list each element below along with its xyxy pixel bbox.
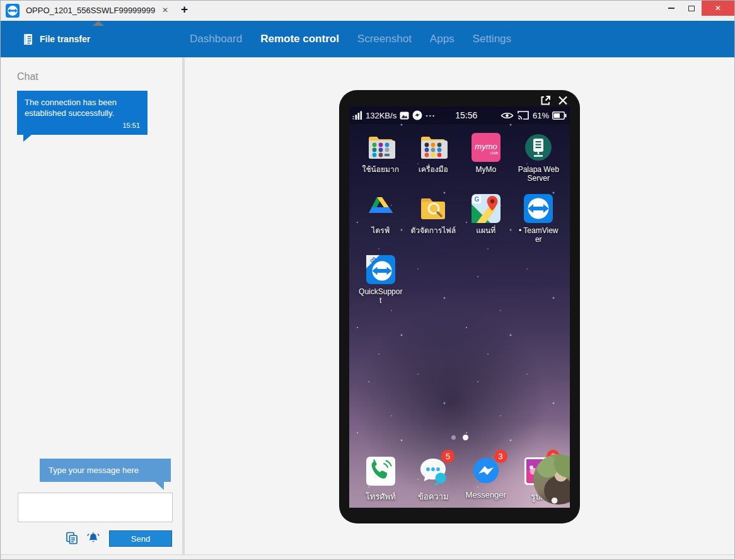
app-label: ใช้น้อยมาก xyxy=(362,165,399,174)
google-maps-icon: G xyxy=(472,194,501,223)
svg-text:G: G xyxy=(474,196,479,203)
message-tooltip-tail xyxy=(155,482,164,490)
nav-settings[interactable]: Settings xyxy=(473,33,511,45)
mymo-icon: mymo GSB xyxy=(472,133,501,162)
nav-screenshot[interactable]: Screenshot xyxy=(357,33,412,45)
app-label: เครื่องมือ xyxy=(419,165,448,174)
app-label: แผนที่ xyxy=(476,226,495,235)
app-folder-rarely-used[interactable]: ใช้น้อยมาก xyxy=(354,133,407,194)
maximize-button[interactable] xyxy=(681,1,702,16)
close-window-button[interactable]: ✕ xyxy=(702,1,734,16)
file-transfer-button[interactable]: File transfer xyxy=(23,21,90,57)
teamviewer-app-icon xyxy=(524,194,553,223)
close-remote-view-icon[interactable] xyxy=(557,94,569,106)
app-label: ตัวจัดการไฟล์ xyxy=(410,226,456,235)
dock-messenger-app[interactable]: 3 Messenger xyxy=(460,455,512,503)
notification-bell-icon[interactable] xyxy=(86,532,100,544)
notification-badge: 5 xyxy=(441,450,454,463)
chat-message-text: The connection has been established succ… xyxy=(25,97,140,118)
google-drive-icon xyxy=(366,194,395,223)
minimize-button[interactable] xyxy=(661,1,681,16)
app-label: MyMo xyxy=(475,165,496,174)
eye-status-icon xyxy=(501,111,514,120)
remote-view-area: 132KB/s ··· 15:56 xyxy=(185,57,734,554)
nav-dashboard[interactable]: Dashboard xyxy=(190,33,242,45)
content-area: Chat The connection has been established… xyxy=(1,57,734,554)
network-speed: 132KB/s xyxy=(366,111,396,120)
app-label: Palapa Web Server xyxy=(518,165,559,183)
popout-icon[interactable] xyxy=(540,94,552,106)
app-label: • TeamView er xyxy=(519,226,558,244)
app-label: QuickSuppor t xyxy=(359,287,402,305)
dock-label: ข้อความ xyxy=(418,490,449,503)
tab-close-icon[interactable]: ✕ xyxy=(160,6,170,14)
dock-phone-app[interactable]: โทรศัพท์ xyxy=(354,455,407,503)
app-quicksupport[interactable]: QS QuickSuppor t xyxy=(354,255,407,316)
status-time: 15:56 xyxy=(455,110,477,120)
svg-text:GSB: GSB xyxy=(490,151,498,155)
chat-message-input[interactable] xyxy=(18,493,173,522)
session-tab-title[interactable]: OPPO_1201_556SSWLF99999999 xyxy=(26,6,155,15)
page-indicator-dot xyxy=(451,435,456,440)
dock-label: โทรศัพท์ xyxy=(366,490,396,503)
paste-clipboard-icon[interactable] xyxy=(66,532,78,544)
quicksupport-icon: QS xyxy=(366,255,395,284)
notification-badge: 3 xyxy=(494,450,507,463)
phone-app-icon xyxy=(365,455,396,487)
status-more-glyph: ··· xyxy=(425,111,436,120)
window-controls: ✕ xyxy=(661,1,734,16)
app-drive[interactable]: ไดรฟ์ xyxy=(354,194,407,255)
app-teamviewer[interactable]: • TeamView er xyxy=(512,194,565,255)
remote-view-controls xyxy=(540,94,569,106)
chat-panel-title: Chat xyxy=(17,71,38,83)
window-bottom-edge xyxy=(1,554,734,560)
cast-status-icon xyxy=(517,110,530,120)
new-tab-button[interactable]: + xyxy=(181,3,188,16)
folder-icon xyxy=(366,133,395,162)
nav-remote-control[interactable]: Remote control xyxy=(260,33,339,45)
remote-phone-frame: 132KB/s ··· 15:56 xyxy=(339,90,580,523)
window-tab-bar: OPPO_1201_556SSWLF99999999 ✕ + ✕ xyxy=(1,1,734,21)
app-grid: ใช้น้อยมาก เครื่องมือ xyxy=(354,133,565,316)
page-indicator-dot-active xyxy=(463,435,468,440)
battery-percent: 61% xyxy=(533,111,549,120)
dock-label: Messenger xyxy=(466,490,506,500)
phone-status-bar: 132KB/s ··· 15:56 xyxy=(349,106,570,124)
send-button[interactable]: Send xyxy=(109,530,172,547)
battery-icon xyxy=(552,111,567,120)
folder-icon xyxy=(419,133,448,162)
phone-screen[interactable]: 132KB/s ··· 15:56 xyxy=(349,106,570,508)
message-input-tooltip: Type your message here xyxy=(40,459,171,482)
home-page-indicator xyxy=(349,435,570,440)
teamviewer-logo-icon xyxy=(6,4,20,18)
app-palapa-web-server[interactable]: Palapa Web Server xyxy=(512,133,565,194)
session-toolbar: File transfer Dashboard Remote control S… xyxy=(1,21,734,57)
app-maps[interactable]: G แผนที่ xyxy=(460,194,512,255)
chat-message-bubble: The connection has been established succ… xyxy=(17,91,148,135)
app-label: ไดรฟ์ xyxy=(371,226,390,235)
active-tab-pointer xyxy=(93,21,104,26)
app-mymo[interactable]: mymo GSB MyMo xyxy=(460,133,512,194)
messenger-status-icon xyxy=(412,110,422,120)
gallery-status-icon xyxy=(400,111,409,120)
chat-message-time: 15:51 xyxy=(25,122,140,129)
chat-panel: Chat The connection has been established… xyxy=(1,57,182,554)
chat-bubble-tail xyxy=(23,135,32,142)
svg-text:mymo: mymo xyxy=(475,142,497,151)
file-manager-icon xyxy=(419,194,448,223)
signal-icon xyxy=(352,111,362,120)
dock-messages-app[interactable]: 5 ข้อความ xyxy=(407,455,460,503)
nav-apps[interactable]: Apps xyxy=(430,33,454,45)
file-transfer-icon xyxy=(23,33,34,45)
app-folder-tools[interactable]: เครื่องมือ xyxy=(407,133,460,194)
toolbar-nav: Dashboard Remote control Screenshot Apps… xyxy=(190,21,511,57)
file-transfer-label: File transfer xyxy=(40,34,90,44)
palapa-icon xyxy=(524,133,553,162)
app-file-manager[interactable]: ตัวจัดการไฟล์ xyxy=(407,194,460,255)
